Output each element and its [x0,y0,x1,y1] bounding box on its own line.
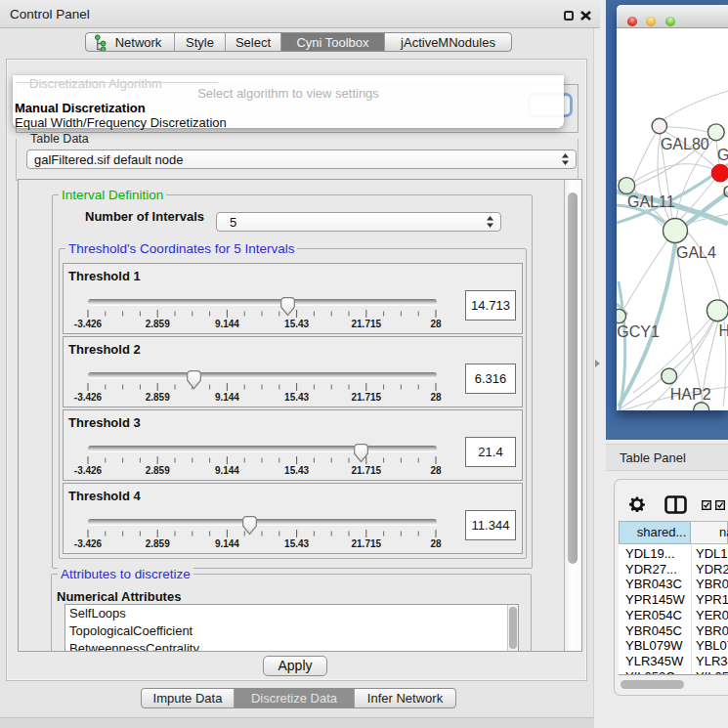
svg-text:GAL11: GAL11 [627,193,675,210]
svg-text:GCY1: GCY1 [617,323,660,340]
svg-text:GAL80: GAL80 [661,136,709,152]
svg-text:C: C [723,184,728,200]
svg-text:GA: GA [717,147,728,163]
svg-text:GAL4: GAL4 [676,244,716,261]
svg-text:H: H [719,322,728,339]
svg-text:HAP2: HAP2 [670,386,711,403]
